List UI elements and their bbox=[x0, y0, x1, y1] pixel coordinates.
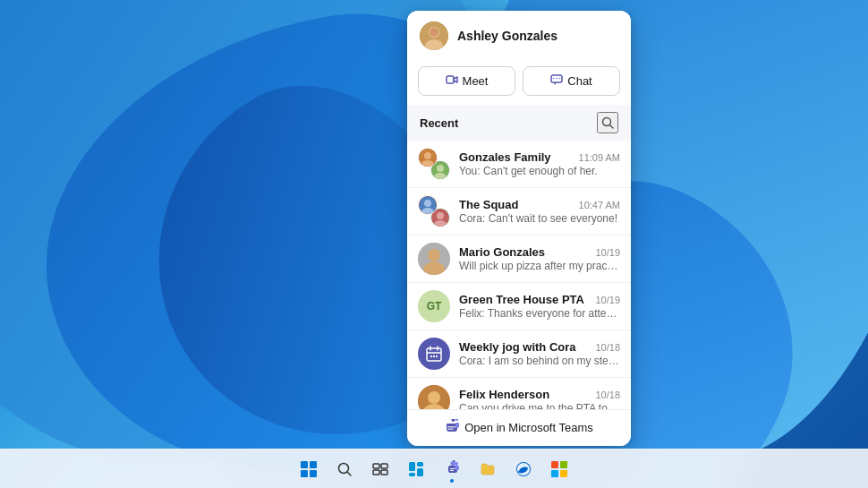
face-a bbox=[418, 148, 438, 167]
conv-avatar-gt: GT bbox=[418, 290, 450, 322]
conv-name: Felix Henderson bbox=[459, 388, 549, 401]
chat-button[interactable]: Chat bbox=[523, 66, 620, 96]
conv-preview: Will pick up pizza after my practice. bbox=[459, 260, 620, 272]
conv-time: 10:47 AM bbox=[579, 200, 620, 210]
conv-name-row: Green Tree House PTA 10/19 bbox=[459, 293, 620, 306]
svg-rect-51 bbox=[409, 462, 415, 471]
svg-rect-60 bbox=[455, 466, 459, 470]
conv-info-jog: Weekly jog with Cora 10/18 Cora: I am so… bbox=[459, 340, 620, 367]
taskbar-edge[interactable] bbox=[507, 453, 540, 485]
conv-preview: Can you drive me to the PTA today? bbox=[459, 402, 620, 409]
svg-rect-43 bbox=[301, 470, 308, 477]
profile-avatar bbox=[420, 21, 448, 50]
conv-time: 10/18 bbox=[595, 390, 620, 400]
conv-avatar-jog bbox=[418, 338, 450, 370]
svg-point-12 bbox=[424, 152, 431, 159]
conv-preview: Cora: Can't wait to see everyone! bbox=[459, 212, 620, 225]
conv-item-green-tree[interactable]: GT Green Tree House PTA 10/19 Felix: Tha… bbox=[407, 283, 631, 330]
meet-button[interactable]: Meet bbox=[418, 66, 515, 96]
recent-header: Recent bbox=[420, 112, 618, 133]
svg-rect-49 bbox=[373, 470, 379, 475]
conv-info-gonzales-family: Gonzales Family 11:09 AM You: Can't get … bbox=[459, 150, 620, 177]
conv-item-the-squad[interactable]: The Squad 10:47 AM Cora: Can't wait to s… bbox=[407, 188, 631, 235]
conv-avatar-the-squad bbox=[418, 195, 450, 227]
conversation-list: Gonzales Family 11:09 AM You: Can't get … bbox=[407, 141, 631, 409]
conv-name: Gonzales Family bbox=[459, 150, 551, 164]
chat-label: Chat bbox=[567, 74, 591, 88]
svg-rect-42 bbox=[310, 461, 317, 468]
conv-time: 10/19 bbox=[595, 247, 620, 258]
recent-section: Recent bbox=[407, 105, 631, 141]
conv-time: 11:09 AM bbox=[579, 152, 620, 163]
conv-time: 10/18 bbox=[595, 342, 620, 353]
svg-rect-62 bbox=[551, 461, 558, 468]
taskbar-file-explorer[interactable] bbox=[472, 453, 504, 485]
svg-rect-4 bbox=[447, 76, 454, 83]
svg-rect-40 bbox=[447, 429, 454, 431]
svg-rect-30 bbox=[430, 355, 432, 357]
svg-rect-52 bbox=[417, 462, 423, 467]
conv-info-felix: Felix Henderson 10/18 Can you drive me t… bbox=[459, 388, 620, 409]
svg-rect-39 bbox=[447, 426, 456, 428]
svg-point-34 bbox=[428, 391, 440, 404]
conv-name-row: Felix Henderson 10/18 bbox=[459, 388, 620, 401]
taskbar-teams-chat[interactable] bbox=[436, 453, 468, 485]
svg-point-55 bbox=[451, 461, 455, 466]
svg-point-3 bbox=[430, 28, 438, 37]
taskbar bbox=[0, 449, 868, 488]
conv-preview: Cora: I am so behind on my step goals. bbox=[459, 355, 620, 367]
conv-avatar-gonzales-family bbox=[418, 148, 450, 180]
conv-info-the-squad: The Squad 10:47 AM Cora: Can't wait to s… bbox=[459, 198, 620, 225]
conv-name: Green Tree House PTA bbox=[459, 293, 584, 306]
svg-rect-48 bbox=[381, 464, 387, 468]
teams-logo-icon bbox=[445, 419, 459, 436]
action-buttons: Meet Chat bbox=[407, 59, 631, 105]
taskbar-search[interactable] bbox=[328, 453, 361, 485]
svg-point-15 bbox=[437, 165, 444, 172]
conv-name: The Squad bbox=[459, 198, 518, 211]
conv-name-row: Weekly jog with Cora 10/18 bbox=[459, 340, 620, 354]
recent-label: Recent bbox=[420, 116, 458, 130]
search-button[interactable] bbox=[597, 112, 618, 133]
conv-item-gonzales-family[interactable]: Gonzales Family 11:09 AM You: Can't get … bbox=[407, 141, 631, 188]
open-teams-button[interactable]: Open in Microsoft Teams bbox=[445, 419, 593, 436]
meet-icon bbox=[446, 73, 458, 89]
svg-point-24 bbox=[428, 249, 440, 261]
svg-rect-58 bbox=[450, 470, 454, 471]
profile-name: Ashley Gonzales bbox=[457, 29, 557, 43]
taskbar-start[interactable] bbox=[293, 453, 325, 485]
svg-rect-63 bbox=[560, 461, 567, 468]
svg-point-18 bbox=[424, 200, 431, 207]
svg-rect-44 bbox=[310, 470, 317, 477]
svg-rect-41 bbox=[301, 461, 308, 468]
conv-preview: You: Can't get enough of her. bbox=[459, 165, 620, 177]
taskbar-store[interactable] bbox=[543, 453, 575, 485]
svg-line-10 bbox=[610, 125, 614, 129]
conv-info-mario: Mario Gonzales 10/19 Will pick up pizza … bbox=[459, 245, 620, 272]
svg-rect-65 bbox=[560, 470, 567, 477]
conv-name-row: The Squad 10:47 AM bbox=[459, 198, 620, 211]
conv-info-gt: Green Tree House PTA 10/19 Felix: Thanks… bbox=[459, 293, 620, 320]
conv-name: Mario Gonzales bbox=[459, 245, 545, 259]
svg-rect-53 bbox=[409, 473, 415, 476]
conv-item-mario-gonzales[interactable]: Mario Gonzales 10/19 Will pick up pizza … bbox=[407, 235, 631, 283]
teams-chat-panel: Ashley Gonzales Meet C bbox=[407, 11, 631, 446]
conv-preview: Felix: Thanks everyone for attending tod… bbox=[459, 307, 620, 320]
conv-list-container: Gonzales Family 11:09 AM You: Can't get … bbox=[407, 141, 631, 409]
meet-label: Meet bbox=[463, 74, 489, 88]
conv-name: Weekly jog with Cora bbox=[459, 340, 576, 354]
taskbar-widgets[interactable] bbox=[400, 453, 432, 485]
conv-time: 10/19 bbox=[595, 295, 620, 305]
svg-point-21 bbox=[437, 212, 444, 219]
teams-footer: Open in Microsoft Teams bbox=[407, 409, 631, 446]
open-teams-label: Open in Microsoft Teams bbox=[464, 421, 593, 434]
svg-rect-47 bbox=[373, 464, 379, 468]
conv-item-weekly-jog[interactable]: Weekly jog with Cora 10/18 Cora: I am so… bbox=[407, 330, 631, 378]
taskbar-taskview[interactable] bbox=[364, 453, 396, 485]
conv-avatar-mario bbox=[418, 243, 450, 275]
svg-line-46 bbox=[347, 472, 351, 475]
svg-rect-32 bbox=[436, 355, 438, 357]
conv-avatar-felix bbox=[418, 385, 450, 409]
conv-item-felix[interactable]: Felix Henderson 10/18 Can you drive me t… bbox=[407, 378, 631, 409]
face-squad-a bbox=[418, 195, 438, 215]
